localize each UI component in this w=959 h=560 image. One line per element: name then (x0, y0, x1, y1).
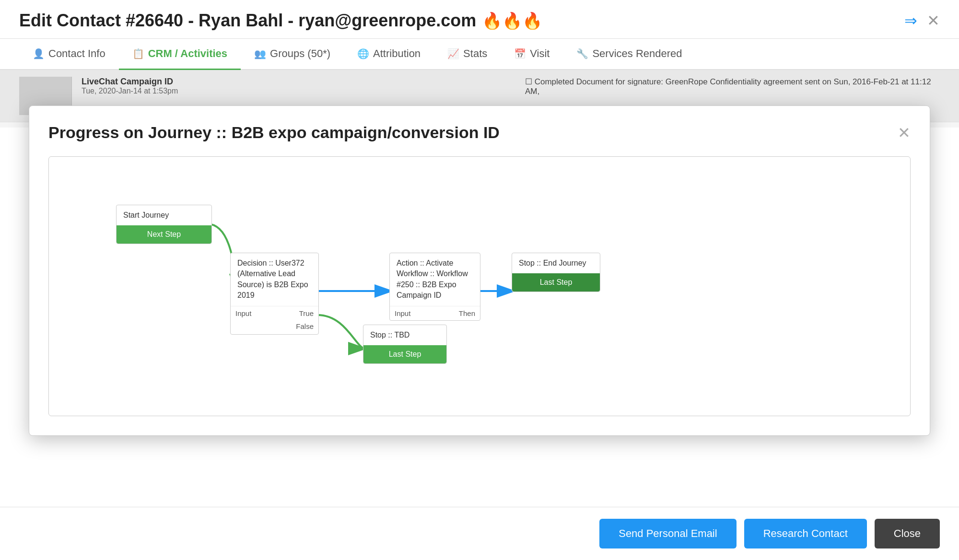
page-footer: Send Personal Email Research Contact Clo… (0, 507, 959, 560)
decision-true-label: True (299, 309, 314, 317)
send-personal-email-button[interactable]: Send Personal Email (599, 519, 736, 548)
start-journey-node: Start Journey Next Step (116, 205, 212, 244)
decision-label: Decision :: User372 (Alternative Lead So… (231, 253, 318, 306)
stats-icon: 📈 (447, 48, 459, 59)
tab-visit[interactable]: 📅 Visit (501, 39, 563, 70)
stop-tbd-node: Stop :: TBD Last Step (363, 325, 447, 364)
action-label: Action :: Activate Workflow :: Workflow … (390, 253, 480, 306)
page-header: Edit Contact #26640 - Ryan Bahl - ryan@g… (0, 0, 959, 39)
action-node: Action :: Activate Workflow :: Workflow … (389, 253, 480, 321)
tab-attribution-label: Attribution (373, 47, 421, 60)
action-then-label: Then (459, 309, 475, 317)
tab-stats[interactable]: 📈 Stats (434, 39, 501, 70)
bg-cell-label: LiveChat Campaign ID (82, 77, 496, 87)
main-container: Edit Contact #26640 - Ryan Bahl - ryan@g… (0, 0, 959, 560)
page-title: Edit Contact #26640 - Ryan Bahl - ryan@g… (19, 11, 476, 31)
journey-modal: Progress on Journey :: B2B expo campaign… (29, 105, 930, 436)
attribution-icon: 🌐 (357, 48, 369, 59)
navigate-arrow-icon[interactable]: ⇒ (904, 12, 917, 30)
stop-end-node: Stop :: End Journey Last Step (512, 253, 600, 292)
tab-contact-info[interactable]: 👤 Contact Info (19, 39, 119, 70)
research-contact-button[interactable]: Research Contact (744, 519, 867, 548)
nav-tabs: 👤 Contact Info 📋 CRM / Activities 👥 Grou… (0, 39, 959, 70)
decision-node: Decision :: User372 (Alternative Lead So… (230, 253, 319, 335)
modal-header: Progress on Journey :: B2B expo campaign… (48, 123, 911, 142)
decision-false-label: False (296, 322, 314, 330)
modal-close-icon[interactable]: ✕ (898, 124, 911, 142)
tab-contact-info-label: Contact Info (48, 47, 105, 60)
header-actions: ⇒ ✕ (904, 12, 940, 30)
tab-groups[interactable]: 👥 Groups (50*) (241, 39, 344, 70)
start-next-step-btn[interactable]: Next Step (117, 225, 211, 244)
journey-canvas: Start Journey Next Step Decision :: User… (78, 176, 881, 397)
fire-icons: 🔥🔥🔥 (482, 11, 542, 30)
page-close-icon[interactable]: ✕ (927, 12, 940, 30)
crm-activities-icon: 📋 (132, 48, 144, 59)
modal-title: Progress on Journey :: B2B expo campaign… (48, 123, 500, 142)
stop-tbd-btn[interactable]: Last Step (363, 345, 446, 363)
decision-input-label: Input (235, 309, 251, 317)
bg-cell-date: Tue, 2020-Jan-14 at 1:53pm (82, 87, 496, 95)
tab-groups-label: Groups (50*) (270, 47, 330, 60)
groups-icon: 👥 (254, 48, 266, 59)
journey-container: Start Journey Next Step Decision :: User… (48, 156, 911, 416)
services-icon: 🔧 (576, 48, 588, 59)
stop-end-btn[interactable]: Last Step (512, 273, 600, 292)
tab-visit-label: Visit (530, 47, 550, 60)
tab-crm-activities[interactable]: 📋 CRM / Activities (119, 39, 241, 70)
tab-services-rendered[interactable]: 🔧 Services Rendered (563, 39, 695, 70)
stop-tbd-label: Stop :: TBD (363, 325, 446, 345)
tab-crm-activities-label: CRM / Activities (148, 47, 227, 60)
stop-end-label: Stop :: End Journey (512, 253, 600, 273)
start-journey-label: Start Journey (117, 205, 211, 225)
tab-attribution[interactable]: 🌐 Attribution (344, 39, 434, 70)
tab-services-rendered-label: Services Rendered (592, 47, 682, 60)
close-button[interactable]: Close (875, 519, 940, 548)
contact-info-icon: 👤 (33, 48, 45, 59)
visit-icon: 📅 (514, 48, 526, 59)
tab-stats-label: Stats (463, 47, 487, 60)
action-input-label: Input (395, 309, 410, 317)
